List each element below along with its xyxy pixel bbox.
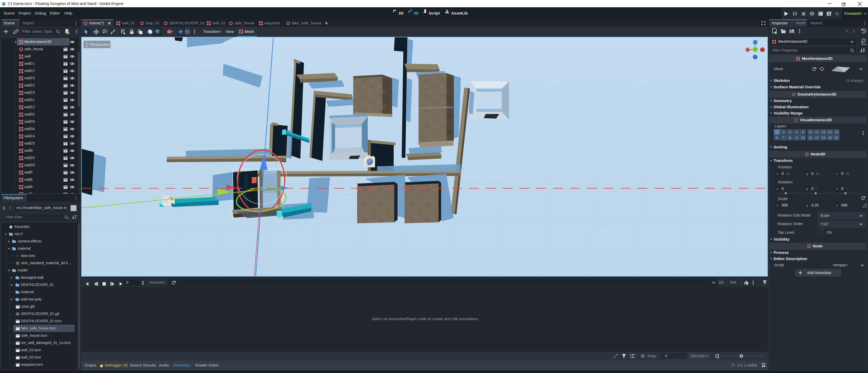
svg-text:Y: Y — [754, 48, 756, 52]
svg-text:DOC: DOC — [862, 43, 866, 45]
svg-text:Z: Z — [754, 40, 756, 44]
svg-text:X: X — [747, 48, 749, 52]
svg-text:Perspective: Perspective — [90, 42, 110, 46]
svg-text:A: A — [720, 281, 722, 284]
